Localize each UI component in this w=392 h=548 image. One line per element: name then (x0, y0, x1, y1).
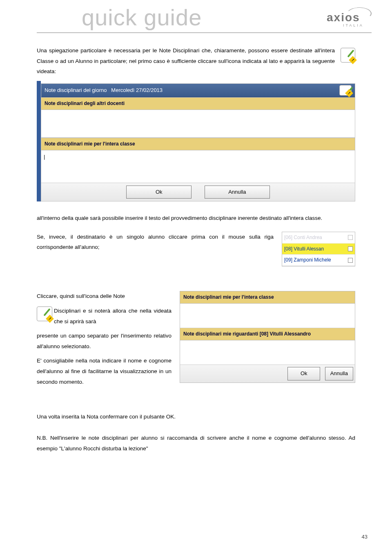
block3-line4: E' consigliabile nella nota indicare il … (37, 356, 172, 387)
axios-logo: axios ITALIA (318, 5, 372, 30)
dialog-button-row: Ok Annulla (180, 365, 355, 382)
block3-line2: Disciplinari e si noterà allora che nell… (37, 306, 172, 327)
checkbox-icon[interactable] (348, 258, 353, 263)
notes-other-teachers-area (41, 110, 355, 138)
note-icon (341, 48, 355, 63)
cancel-button[interactable]: Annulla (205, 186, 270, 199)
student-list: [06] Conti Andrea [08] Vitulli Alessan [… (282, 232, 355, 266)
checkbox-icon[interactable] (348, 246, 353, 251)
page-number: 43 (362, 534, 368, 540)
section-my-student-notes: Note disciplinari mie riguardanti [08] V… (180, 328, 355, 340)
section-my-class-notes: Note disciplinari mie per l'intera class… (41, 138, 355, 150)
note-icon (339, 85, 352, 96)
footer-paragraph-2: N.B. Nell'inserire le note disciplinari … (37, 433, 355, 454)
block3-line1: Cliccare, quindi sull'icona delle Note (37, 291, 172, 302)
notes-my-class-textarea[interactable]: | (41, 150, 355, 183)
mid-paragraph-2: Se, invece, il destinatario è un singolo… (37, 232, 274, 253)
note-icon (37, 306, 52, 321)
ok-button[interactable]: Ok (126, 186, 192, 199)
guide-logo: quick guide (82, 4, 202, 31)
dialog-notes-student: Note disciplinari mie per l'intera class… (180, 291, 355, 382)
dialog-button-row: Ok Annulla (41, 183, 355, 201)
dialog-title-date: Mercoledì 27/02/2013 (111, 87, 163, 93)
list-item[interactable]: [09] Zamponi Michele (282, 255, 355, 266)
dialog-notes-class: Note disciplinari del giorno Mercoledì 2… (37, 81, 355, 201)
page-header: quick guide axios ITALIA (0, 0, 392, 31)
section-my-class-notes: Note disciplinari mie per l'intera class… (180, 291, 355, 304)
dialog-title-bar: Note disciplinari del giorno Mercoledì 2… (41, 84, 355, 97)
intro-paragraph: Una spiegazione particolare è necessaria… (37, 45, 355, 77)
ok-button[interactable]: Ok (287, 367, 320, 380)
cancel-button[interactable]: Annulla (325, 367, 353, 380)
list-item[interactable]: [08] Vitulli Alessan (282, 244, 355, 255)
section-other-teachers: Note disciplinari degli altri docenti (41, 97, 355, 110)
notes-class-textarea[interactable] (180, 304, 355, 328)
notes-student-textarea[interactable] (180, 340, 355, 365)
footer-paragraph-1: Una volta inserita la Nota confermare co… (37, 412, 355, 422)
block3-line3: presente un campo separato per l'inserim… (37, 331, 172, 351)
dialog-title-prefix: Note disciplinari del giorno (45, 87, 107, 93)
list-item[interactable]: [06] Conti Andrea (282, 232, 355, 244)
checkbox-icon[interactable] (348, 235, 353, 240)
document-body: Una spiegazione particolare è necessaria… (0, 33, 392, 454)
mid-paragraph-1: all'interno della quale sarà possibile i… (37, 213, 355, 224)
